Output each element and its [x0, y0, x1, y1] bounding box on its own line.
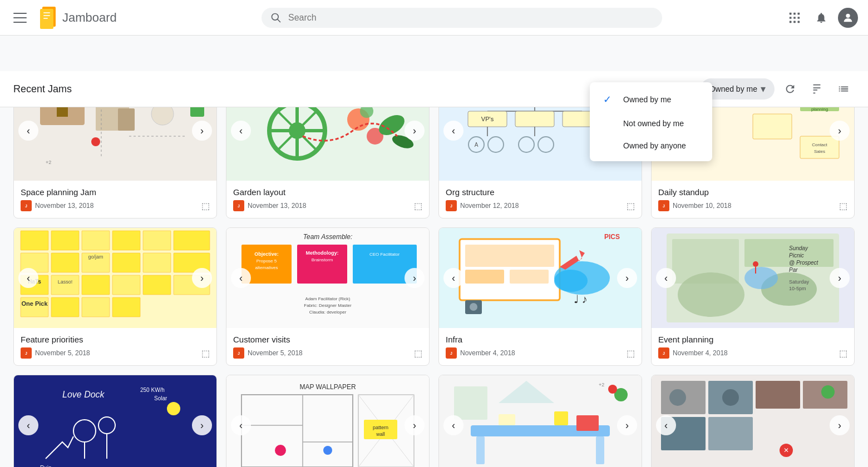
card-next-button[interactable]: › — [192, 415, 212, 435]
card-prev-button[interactable]: ‹ — [18, 268, 38, 288]
card-date: November 4, 2018 — [673, 349, 728, 357]
card-next-button[interactable]: › — [192, 121, 212, 141]
card-art: PICS ♩ ♪ — [439, 228, 642, 328]
card-prev-button[interactable]: ‹ — [443, 415, 463, 435]
svg-text:Methodology:: Methodology: — [306, 250, 339, 256]
logo-container: Jamboard — [40, 7, 117, 29]
external-link-icon[interactable]: ⬚ — [627, 348, 635, 359]
external-link-icon[interactable]: ⬚ — [414, 201, 422, 211]
card-next-button[interactable]: › — [830, 415, 850, 435]
card-footer: Org structure J November 12, 2018 ⬚ — [439, 181, 642, 218]
card-meta-left: J November 13, 2018 — [21, 200, 93, 211]
jam-card[interactable]: ‹ MAP WALLPAPER — [226, 375, 430, 467]
card-date: November 13, 2018 — [35, 202, 93, 210]
svg-text:250 KW/h: 250 KW/h — [140, 387, 165, 393]
card-art: Team Assemble: Objective: Propose 5 alte… — [226, 228, 429, 328]
jam-card[interactable]: ‹ Love Dock 250 KW/h Solar — [13, 375, 217, 467]
dropdown-item-owned-by-anyone[interactable]: Owned by anyone — [590, 135, 712, 157]
card-date: November 12, 2018 — [460, 202, 519, 210]
card-prev-button[interactable]: ‹ — [656, 268, 676, 288]
external-link-icon[interactable]: ⬚ — [201, 348, 210, 359]
search-input[interactable] — [288, 13, 653, 23]
card-title: Customer visits — [233, 335, 422, 344]
card-prev-button[interactable]: ‹ — [231, 121, 251, 141]
svg-point-24 — [91, 137, 100, 146]
svg-rect-81 — [51, 253, 79, 272]
external-link-icon[interactable]: ⬚ — [414, 348, 422, 359]
svg-text:MAP WALLPAPER: MAP WALLPAPER — [299, 383, 356, 391]
card-prev-button[interactable]: ‹ — [231, 268, 251, 288]
svg-text:go/jam: go/jam — [88, 254, 103, 260]
svg-text:VP's: VP's — [481, 116, 494, 122]
jam-icon: J — [21, 200, 32, 211]
card-title: Feature priorities — [21, 335, 210, 344]
dropdown-item-not-owned-by-me[interactable]: Not owned by me — [590, 112, 712, 135]
jam-card[interactable]: ‹ Team Assemble: Objective: Propose 5 al… — [226, 227, 430, 366]
jam-icon: J — [658, 200, 669, 211]
card-image: ‹ Love Dock 250 KW/h Solar — [14, 375, 216, 467]
svg-text:Team Assemble:: Team Assemble: — [303, 233, 352, 241]
card-prev-button[interactable]: ‹ — [443, 268, 463, 288]
svg-rect-74 — [21, 231, 48, 250]
notifications-button[interactable] — [810, 7, 832, 29]
check-icon: ✓ — [603, 93, 617, 106]
notifications-icon — [815, 12, 827, 24]
card-prev-button[interactable]: ‹ — [443, 121, 463, 141]
card-prev-button[interactable]: ‹ — [656, 415, 676, 435]
card-title: Event planning — [658, 335, 847, 344]
account-button[interactable] — [837, 7, 859, 29]
card-prev-button[interactable]: ‹ — [18, 121, 38, 141]
dropdown-item-label: Not owned by me — [623, 119, 684, 128]
svg-text:pattern: pattern — [373, 425, 388, 430]
card-next-button[interactable]: › — [617, 268, 637, 288]
svg-text:✕: ✕ — [783, 446, 789, 454]
svg-rect-173 — [596, 436, 604, 464]
sort-button[interactable] — [806, 78, 828, 100]
svg-text:♩ ♪: ♩ ♪ — [574, 293, 588, 305]
card-meta: J November 13, 2018 ⬚ — [21, 200, 210, 211]
external-link-icon[interactable]: ⬚ — [627, 201, 635, 211]
svg-text:alternatives: alternatives — [255, 265, 278, 270]
jam-card[interactable]: ‹ Sunday Picnic — [651, 227, 855, 366]
card-date: November 10, 2018 — [673, 202, 731, 210]
jam-card[interactable]: ‹ PICS ♩ ♪ — [438, 227, 642, 366]
card-next-button[interactable]: › — [617, 415, 637, 435]
toolbar: Recent Jams Owned by me ▾ — [0, 71, 868, 107]
svg-point-167 — [275, 445, 286, 456]
jam-grid: ‹ +2 › — [13, 80, 855, 467]
dropdown-item-owned-by-me[interactable]: ✓ Owned by me — [590, 87, 712, 112]
card-title: Daily standup — [658, 187, 847, 197]
hamburger-menu-button[interactable] — [9, 7, 31, 29]
card-next-button[interactable]: › — [405, 415, 425, 435]
svg-text:J: J — [450, 204, 452, 208]
svg-text:J: J — [450, 351, 452, 355]
search-bar — [262, 8, 662, 28]
jam-card[interactable]: ‹ — [13, 227, 217, 366]
jam-icon: J — [233, 200, 244, 211]
card-prev-button[interactable]: ‹ — [231, 415, 251, 435]
card-meta-left: J November 12, 2018 — [446, 200, 519, 211]
refresh-button[interactable] — [779, 78, 801, 100]
external-link-icon[interactable]: ⬚ — [201, 201, 210, 211]
card-next-button[interactable]: › — [192, 268, 212, 288]
svg-text:Propose 5: Propose 5 — [257, 259, 277, 264]
svg-text:J: J — [238, 204, 240, 208]
card-next-button[interactable]: › — [405, 121, 425, 141]
card-next-button[interactable]: › — [405, 268, 425, 288]
card-meta: J November 5, 2018 ⬚ — [233, 347, 422, 359]
external-link-icon[interactable]: ⬚ — [839, 348, 847, 359]
jam-card[interactable]: ‹ — [651, 375, 855, 467]
svg-point-149 — [73, 420, 96, 442]
external-link-icon[interactable]: ⬚ — [839, 201, 847, 211]
card-image: ‹ Sunday Picnic — [652, 228, 854, 328]
jam-card[interactable]: ‹ — [438, 375, 642, 467]
card-art: ✕ — [652, 375, 854, 467]
svg-text:Objective:: Objective: — [254, 251, 279, 257]
svg-text:Sunday: Sunday — [789, 245, 808, 251]
card-next-button[interactable]: › — [830, 268, 850, 288]
card-meta: J November 4, 2018 ⬚ — [658, 347, 847, 359]
card-prev-button[interactable]: ‹ — [18, 415, 38, 435]
apps-button[interactable] — [783, 7, 806, 29]
list-view-button[interactable] — [832, 78, 855, 100]
card-next-button[interactable]: › — [830, 121, 850, 141]
